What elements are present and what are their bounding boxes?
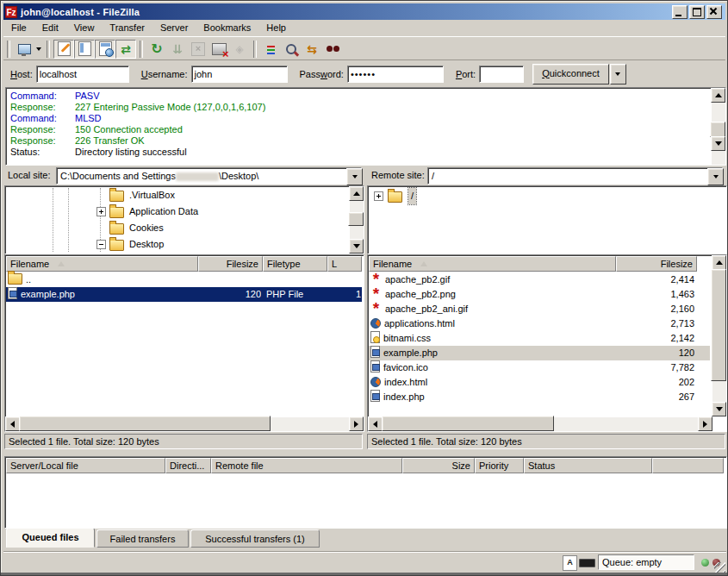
local-scroll-right-button[interactable] (349, 416, 364, 431)
remote-scroll-down-button[interactable] (712, 402, 726, 416)
php-file-icon (8, 287, 17, 299)
tree-item-desktop[interactable]: Desktop (5, 236, 364, 253)
expand-plus-icon[interactable] (96, 207, 106, 216)
tab-successful-transfers[interactable]: Successful transfers (1) (190, 529, 320, 548)
menu-view[interactable]: View (66, 20, 103, 36)
queue-column-priority[interactable]: Priority (475, 458, 524, 473)
tree-item-application-data[interactable]: Application Data (5, 203, 364, 220)
maximize-button[interactable] (689, 5, 705, 19)
toggle-message-log-button[interactable] (53, 40, 74, 59)
remote-row[interactable]: *apache_pb2_ani.gif 2,160 (369, 302, 710, 316)
queue-column-direction[interactable]: Directi... (165, 458, 211, 473)
local-column-filetype[interactable]: Filetype (263, 256, 327, 272)
menu-server[interactable]: Server (152, 20, 196, 36)
remote-row[interactable]: index.html 202 (369, 375, 710, 390)
tree-item-root[interactable]: / (368, 188, 726, 204)
tree-item-virtualbox[interactable]: .VirtualBox (5, 187, 364, 203)
remote-row[interactable]: *apache_pb2.png 1,463 (369, 287, 710, 302)
menu-help[interactable]: Help (258, 20, 294, 36)
local-tree-scroll-up-button[interactable] (349, 186, 364, 201)
log-scroll-up-button[interactable] (711, 88, 725, 103)
host-input[interactable]: localhost (36, 66, 129, 83)
remote-column-filesize[interactable]: Filesize (616, 256, 697, 272)
tab-queued-files[interactable]: Queued files (6, 528, 95, 548)
local-tree[interactable]: .VirtualBox Application Data Cookies Des… (4, 185, 364, 254)
quickconnect-dropdown-button[interactable] (610, 64, 626, 85)
remote-file-list[interactable]: Filename Filesize *apache_pb2.gif 2,414 … (367, 254, 727, 432)
remote-site-dropdown-button[interactable] (707, 168, 724, 185)
remote-site-label: Remote site: (371, 170, 425, 180)
expand-plus-icon[interactable] (374, 191, 383, 201)
remote-row[interactable]: favicon.ico 7,782 (369, 360, 710, 375)
data-type-indicator-icon[interactable]: A (563, 555, 577, 571)
tree-item-cookies[interactable]: Cookies (5, 220, 364, 236)
remote-tree[interactable]: / (367, 185, 727, 254)
local-column-filename[interactable]: Filename (6, 256, 198, 272)
transfer-queue[interactable]: Server/Local file Directi... Remote file… (4, 456, 727, 529)
remote-row-example-php[interactable]: example.php 120 (369, 346, 710, 360)
remote-row[interactable]: applications.html 2,713 (369, 316, 710, 331)
queue-column-blank[interactable] (652, 458, 724, 473)
toggle-transfer-queue-button[interactable]: ⇄ (115, 40, 136, 59)
queue-column-size[interactable]: Size (402, 458, 475, 473)
local-row-parent-dir[interactable]: .. (6, 272, 362, 287)
close-button[interactable] (706, 5, 722, 19)
menu-edit[interactable]: Edit (34, 20, 66, 36)
quickconnect-button[interactable]: Quickconnect (532, 64, 609, 85)
queue-column-server-local-file[interactable]: Server/Local file (6, 458, 165, 473)
local-scroll-left-button[interactable] (5, 416, 20, 431)
remote-site-combo[interactable]: / (427, 167, 723, 185)
remote-row[interactable]: index.php 267 (369, 390, 710, 404)
remote-column-filename[interactable]: Filename (369, 256, 616, 272)
menu-transfer[interactable]: Transfer (102, 20, 152, 36)
process-queue-button[interactable]: ⇊ (167, 40, 188, 59)
remote-tree-icon (99, 41, 112, 56)
collapse-minus-icon[interactable] (96, 240, 106, 249)
local-selection-status: Selected 1 file. Total size: 120 bytes (4, 434, 363, 449)
local-file-list[interactable]: Filename Filesize Filetype L .. example.… (4, 254, 364, 432)
queue-column-status[interactable]: Status (524, 458, 652, 473)
menu-file[interactable]: File (3, 20, 34, 36)
abort-button[interactable]: ◈ (229, 40, 250, 59)
remote-scroll-up-button[interactable] (712, 255, 726, 270)
local-column-filesize[interactable]: Filesize (198, 256, 263, 272)
site-manager-dropdown-arrow-icon[interactable] (36, 47, 41, 53)
disconnect-button[interactable]: × (208, 40, 229, 59)
menu-bookmarks[interactable]: Bookmarks (196, 20, 258, 36)
title-bar[interactable]: Fz john@localhost - FileZilla (3, 3, 725, 20)
local-site-combo[interactable]: C:\Documents and Settings\Desktop\ (56, 167, 362, 185)
port-input[interactable] (479, 66, 524, 83)
cancel-button[interactable]: × (188, 40, 208, 59)
local-hscrollbar-thumb[interactable] (19, 416, 271, 431)
remote-vscrollbar-thumb[interactable] (711, 269, 726, 381)
queue-column-remote-file[interactable]: Remote file (211, 458, 402, 473)
toggle-local-tree-button[interactable] (74, 40, 95, 59)
cancel-icon: × (191, 42, 205, 56)
synchronized-browsing-button[interactable]: ⇆ (302, 40, 322, 59)
find-files-button[interactable] (322, 40, 343, 59)
local-tree-scrollbar-thumb[interactable] (348, 212, 364, 226)
local-row-example-php[interactable]: example.php 120 PHP File 1 (6, 287, 362, 302)
local-column-lastmodified[interactable]: L (327, 256, 362, 272)
toggle-remote-tree-button[interactable] (95, 40, 115, 59)
log-scrollbar-thumb[interactable] (710, 122, 725, 137)
remote-hscrollbar-thumb[interactable] (382, 416, 554, 431)
resize-grip[interactable] (714, 562, 725, 573)
minimize-button[interactable] (672, 5, 688, 19)
refresh-button[interactable]: ↻ (146, 40, 167, 59)
username-input[interactable]: john (191, 66, 288, 83)
password-input[interactable]: •••••• (347, 66, 444, 83)
filter-button[interactable] (260, 40, 281, 59)
remote-scroll-left-button[interactable] (368, 416, 383, 431)
tab-failed-transfers[interactable]: Failed transfers (96, 529, 189, 548)
directory-comparison-button[interactable] (281, 40, 302, 59)
local-tree-scroll-down-button[interactable] (349, 239, 364, 254)
message-log[interactable]: Command:PASV Response:227 Entering Passi… (5, 87, 726, 166)
remote-row[interactable]: *apache_pb2.gif 2,414 (369, 272, 710, 287)
log-scroll-down-button[interactable] (711, 136, 725, 151)
local-site-dropdown-button[interactable] (346, 168, 363, 185)
remote-row[interactable]: bitnami.css 2,142 (369, 331, 710, 346)
remote-scroll-right-button[interactable] (698, 416, 712, 431)
speed-limit-icon[interactable] (579, 559, 595, 567)
site-manager-button[interactable] (14, 40, 34, 59)
